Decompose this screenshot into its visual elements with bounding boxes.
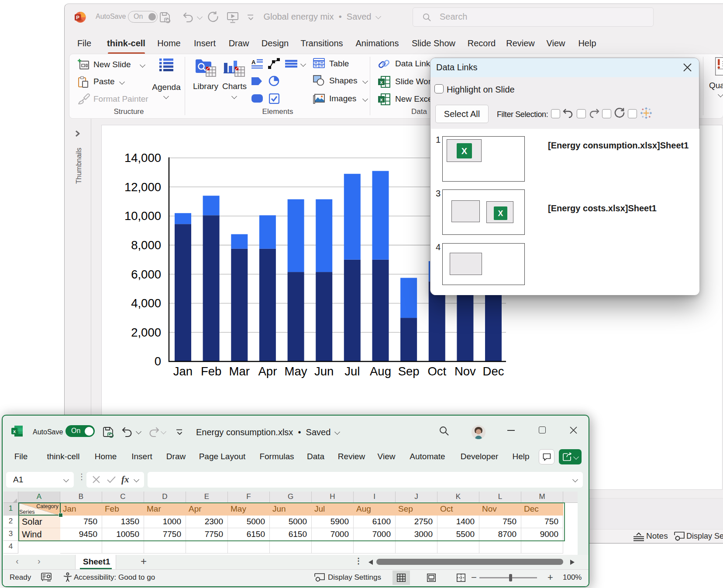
svg-text:Jun: Jun [314,364,334,378]
svg-text:x: x [13,429,16,434]
svg-text:8,000: 8,000 [131,238,161,252]
svg-text:14,000: 14,000 [124,151,161,165]
svg-text:4,000: 4,000 [131,296,161,310]
svg-text:P: P [76,15,79,20]
svg-text:Nov: Nov [454,364,476,378]
svg-text:2,000: 2,000 [131,326,161,339]
svg-text:Dec: Dec [483,364,504,378]
svg-text:10,000: 10,000 [124,209,161,223]
svg-text:Jan: Jan [173,364,193,378]
svg-text:12,000: 12,000 [124,180,161,194]
svg-text:Sep: Sep [398,364,420,378]
svg-text:0: 0 [155,354,161,368]
svg-text:A: A [251,59,256,65]
svg-text:Aug: Aug [370,364,391,378]
svg-text:Feb: Feb [201,364,221,378]
svg-text:Mar: Mar [229,364,250,378]
svg-text:Jul: Jul [344,364,360,378]
svg-text:X: X [498,209,503,218]
svg-text:Apr: Apr [258,364,277,378]
svg-text:x: x [380,97,383,102]
svg-text:X: X [461,146,468,156]
svg-text:Oct: Oct [427,364,446,378]
svg-text:May: May [285,364,307,378]
svg-text:6,000: 6,000 [131,268,161,281]
svg-text:x: x [380,79,383,85]
